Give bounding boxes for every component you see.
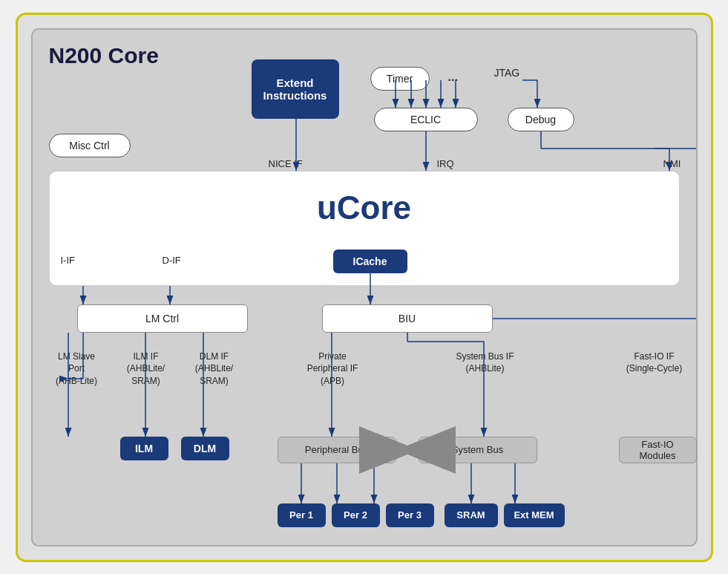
timer-label: Timer xyxy=(387,73,413,85)
icache-box: ICache xyxy=(333,250,407,273)
system-bus-label: System Bus xyxy=(452,444,503,455)
ext-mem-label: Ext MEM xyxy=(514,509,554,521)
sram-label: SRAM xyxy=(456,509,485,521)
n200-title: N200 Core xyxy=(49,43,159,68)
lm-ctrl-label: LM Ctrl xyxy=(145,313,179,324)
per1-box: Per 1 xyxy=(278,503,326,527)
peripheral-bus-label: Peripheral Bus xyxy=(305,444,368,455)
dlm-if-label: DLM IF(AHBLite/SRAM) xyxy=(188,350,240,388)
ilm-label: ILM xyxy=(135,443,153,454)
per2-label: Per 2 xyxy=(344,509,367,521)
system-bus-if-label: System Bus IF(AHBLite) xyxy=(452,350,519,376)
nice-if-label: NICE IF xyxy=(269,158,303,169)
misc-ctrl-label: Misc Ctrl xyxy=(69,140,109,151)
ucore-title: uCore xyxy=(33,189,696,226)
arrows-overlay xyxy=(33,30,696,545)
biu-box: BIU xyxy=(322,304,493,333)
fast-io-modules-label: Fast-IOModules xyxy=(639,439,675,461)
per2-box: Per 2 xyxy=(332,503,380,527)
nmi-label: NMI xyxy=(663,158,681,169)
lm-ctrl-box: LM Ctrl xyxy=(77,304,248,333)
outer-border: N200 Core ExtendInstructions Timer ... J… xyxy=(16,13,713,562)
dlm-label: DLM xyxy=(194,443,216,454)
debug-label: Debug xyxy=(525,114,556,125)
fast-io-modules-box: Fast-IOModules xyxy=(619,437,697,463)
irq-label: IRQ xyxy=(437,158,454,169)
misc-ctrl-box: Misc Ctrl xyxy=(49,134,131,157)
extend-instructions-label: ExtendInstructions xyxy=(263,76,327,102)
ilm-box: ILM xyxy=(120,437,168,460)
dif-label: D-IF xyxy=(163,255,181,266)
timer-box: Timer xyxy=(370,67,430,91)
jtag-label: JTAG xyxy=(494,67,520,79)
system-bus-box: System Bus xyxy=(419,437,537,463)
inner-box: N200 Core ExtendInstructions Timer ... J… xyxy=(31,28,698,547)
iif-label: I-IF xyxy=(61,255,76,266)
ilm-if-label: ILM IF(AHBLite/SRAM) xyxy=(120,350,172,388)
dlm-box: DLM xyxy=(181,437,229,460)
per3-label: Per 3 xyxy=(398,509,422,521)
debug-box: Debug xyxy=(508,108,574,131)
extend-instructions-box: ExtendInstructions xyxy=(252,59,339,119)
sram-box: SRAM xyxy=(445,503,498,527)
per1-label: Per 1 xyxy=(289,509,313,521)
peripheral-bus-box: Peripheral Bus xyxy=(278,437,396,463)
private-periph-if-label: PrivatePeripheral IF(APB) xyxy=(305,350,361,388)
biu-label: BIU xyxy=(399,313,416,324)
eclic-box: ECLIC xyxy=(374,108,478,131)
ext-mem-box: Ext MEM xyxy=(504,503,565,527)
per3-box: Per 3 xyxy=(386,503,434,527)
eclic-label: ECLIC xyxy=(410,114,441,125)
dots-label: ... xyxy=(448,71,458,84)
icache-label: ICache xyxy=(353,255,387,267)
lm-slave-port-label: LM SlavePort(AHB-Lite) xyxy=(49,350,105,388)
fast-io-if-label: Fast-IO IF(Single-Cycle) xyxy=(621,350,688,376)
